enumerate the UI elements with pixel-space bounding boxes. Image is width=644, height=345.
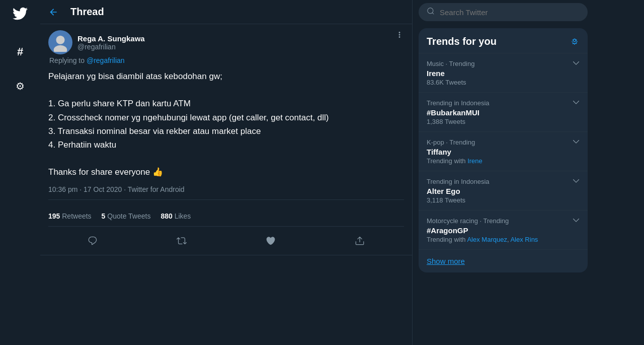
- svg-point-0: [56, 36, 64, 44]
- svg-point-1: [54, 45, 67, 52]
- trend-link[interactable]: Alex Marquez: [467, 236, 507, 243]
- trend-item[interactable]: K-pop · Trending Tiffany Trending with I…: [419, 131, 588, 171]
- trend-with: Trending with Alex Marquez, Alex Rins: [427, 236, 580, 243]
- trend-meta: Motorcycle racing · Trending: [427, 217, 580, 225]
- trend-meta: Trending in Indonesia: [427, 177, 580, 186]
- left-sidebar: # ⚙: [0, 0, 40, 345]
- quote-tweets-count: 5: [102, 212, 106, 220]
- trend-tweets: 1,388 Tweets: [427, 118, 580, 125]
- chevron-down-icon[interactable]: [573, 177, 580, 186]
- trend-tweets: 3,118 Tweets: [427, 196, 580, 204]
- trend-name: Alter Ego: [427, 187, 580, 195]
- trend-name: Irene: [427, 69, 580, 78]
- author-info: Rega A. Sungkawa @regafrilian: [77, 34, 145, 51]
- thread-title: Thread: [70, 6, 104, 18]
- tweet-author-row: Rega A. Sungkawa @regafrilian: [48, 30, 404, 54]
- tweet-actions: [48, 227, 404, 255]
- trend-item[interactable]: Motorcycle racing · Trending #AragonGP T…: [419, 210, 588, 249]
- sidebar-item-settings[interactable]: ⚙: [9, 75, 31, 97]
- retweets-label: Retweets: [62, 212, 91, 220]
- retweets-stat[interactable]: 195 Retweets: [48, 212, 92, 220]
- tweet-stats: 195 Retweets 5 Quote Tweets 880 Likes: [48, 206, 404, 227]
- trend-item[interactable]: Trending in Indonesia #BubarkanMUI 1,388…: [419, 92, 588, 131]
- settings-icon: ⚙: [16, 80, 25, 92]
- chevron-down-icon[interactable]: [573, 138, 580, 147]
- tweet-text: Pelajaran yg bisa diambil atas kebodohan…: [48, 70, 404, 179]
- trend-name: Tiffany: [427, 148, 580, 156]
- trend-link[interactable]: Alex Rins: [510, 236, 538, 243]
- trends-header: Trends for you: [419, 28, 588, 53]
- quote-tweets-stat[interactable]: 5 Quote Tweets: [102, 212, 151, 220]
- main-content: Thread Rega A. Sungkawa @regafrilian: [40, 0, 413, 345]
- reply-button[interactable]: [83, 231, 103, 251]
- avatar: [48, 30, 72, 54]
- replying-to: Replying to @regafrilian: [48, 56, 404, 64]
- quote-tweets-label: Quote Tweets: [107, 212, 150, 220]
- trend-meta: Trending in Indonesia: [427, 99, 580, 107]
- trend-category: Motorcycle racing · Trending: [427, 217, 509, 225]
- trend-link[interactable]: Irene: [467, 157, 482, 165]
- author-name[interactable]: Rega A. Sungkawa: [77, 34, 145, 43]
- chevron-down-icon[interactable]: [573, 99, 580, 107]
- search-bar-container: [413, 0, 594, 24]
- trend-item[interactable]: Trending in Indonesia Alter Ego 3,118 Tw…: [419, 171, 588, 210]
- show-more-button[interactable]: Show more: [419, 249, 588, 272]
- trends-title: Trends for you: [427, 36, 497, 47]
- trends-section: Trends for you Music · Trending Irene 83…: [419, 28, 588, 272]
- hashtag-icon: #: [17, 45, 23, 58]
- trends-list: Music · Trending Irene 83.6K Tweets Tren…: [419, 53, 588, 249]
- more-button[interactable]: [395, 30, 404, 42]
- trend-tweets: 83.6K Tweets: [427, 79, 580, 86]
- search-input-wrapper[interactable]: [419, 3, 588, 21]
- twitter-logo[interactable]: [13, 6, 28, 25]
- like-button[interactable]: [261, 231, 281, 251]
- tweet-author-left: Rega A. Sungkawa @regafrilian: [48, 30, 145, 54]
- trend-category: Trending in Indonesia: [427, 99, 490, 107]
- author-handle[interactable]: @regafrilian: [77, 43, 145, 51]
- trend-meta: Music · Trending: [427, 59, 580, 68]
- retweets-count: 195: [48, 212, 60, 220]
- share-button[interactable]: [350, 231, 370, 251]
- back-button[interactable]: [48, 7, 58, 17]
- tweet-timestamp: 10:36 pm · 17 Oct 2020 · Twitter for And…: [48, 185, 404, 200]
- trend-name: #BubarkanMUI: [427, 108, 580, 117]
- trend-category: Music · Trending: [427, 60, 474, 67]
- right-sidebar: Trends for you Music · Trending Irene 83…: [413, 0, 594, 345]
- trend-item[interactable]: Music · Trending Irene 83.6K Tweets: [419, 53, 588, 92]
- trends-settings-icon[interactable]: [570, 35, 580, 48]
- search-icon: [427, 7, 435, 17]
- trend-name: #AragonGP: [427, 226, 580, 235]
- chevron-down-icon[interactable]: [573, 217, 580, 225]
- tweet-container: Rega A. Sungkawa @regafrilian Replying t…: [40, 24, 412, 255]
- likes-count: 880: [160, 212, 172, 220]
- trend-category: Trending in Indonesia: [427, 178, 490, 185]
- thread-header: Thread: [40, 0, 412, 24]
- likes-stat[interactable]: 880 Likes: [160, 212, 191, 220]
- trend-meta: K-pop · Trending: [427, 138, 580, 147]
- likes-label: Likes: [175, 212, 191, 220]
- chevron-down-icon[interactable]: [573, 59, 580, 68]
- retweet-button[interactable]: [172, 231, 192, 251]
- search-input[interactable]: [440, 8, 580, 17]
- trend-with: Trending with Irene: [427, 157, 580, 165]
- replying-to-link[interactable]: @regafrilian: [87, 56, 125, 64]
- sidebar-item-explore[interactable]: #: [9, 41, 31, 63]
- trend-category: K-pop · Trending: [427, 139, 475, 146]
